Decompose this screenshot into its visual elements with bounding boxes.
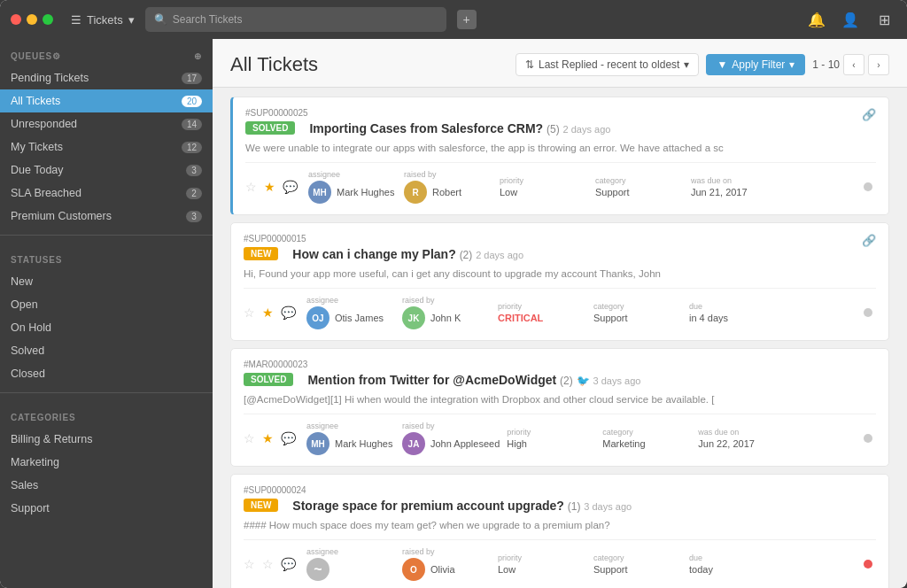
notifications-icon[interactable]: 🔔 bbox=[804, 7, 829, 32]
search-bar[interactable]: 🔍 Search Tickets bbox=[145, 7, 446, 32]
sidebar-item-label: On Hold bbox=[11, 321, 51, 334]
assignee-group: assignee OJ Otis James bbox=[306, 296, 395, 329]
prev-page-button[interactable]: ‹ bbox=[843, 54, 864, 75]
comment-icon[interactable]: 💬 bbox=[281, 557, 296, 571]
sidebar-item-pending[interactable]: Pending Tickets 17 bbox=[0, 66, 213, 89]
star-outline-icon[interactable]: ☆ bbox=[245, 180, 257, 194]
ticket-row[interactable]: #MAR00000023 SOLVED Mention from Twitter… bbox=[230, 348, 889, 467]
sidebar-item-support[interactable]: Support bbox=[0, 497, 213, 520]
attachment-icon: 🔗 bbox=[862, 234, 876, 247]
sidebar-item-all[interactable]: All Tickets 20 bbox=[0, 89, 213, 112]
star-outline-icon[interactable]: ☆ bbox=[244, 431, 255, 445]
priority-group: priority Low bbox=[498, 553, 586, 575]
category-group: category Support bbox=[593, 553, 682, 575]
due-group: was due on Jun 21, 2017 bbox=[691, 176, 779, 197]
sidebar-item-closed[interactable]: Closed bbox=[0, 362, 213, 385]
priority-value: Low bbox=[500, 187, 588, 197]
attachment-icon: 🔗 bbox=[862, 108, 876, 121]
ticket-row[interactable]: #SUP00000025 SOLVED Importing Cases from… bbox=[230, 97, 889, 215]
twitter-icon: 🐦 bbox=[577, 375, 590, 387]
titlebar: ☰ Tickets ▾ 🔍 Search Tickets + 🔔 👤 ⊞ bbox=[0, 0, 907, 39]
sidebar-item-onhold[interactable]: On Hold bbox=[0, 316, 213, 339]
priority-label: priority bbox=[500, 176, 588, 185]
star-filled-icon[interactable]: ★ bbox=[262, 306, 274, 320]
app-window: ☰ Tickets ▾ 🔍 Search Tickets + 🔔 👤 ⊞ QUE… bbox=[0, 0, 907, 588]
queues-section-header: QUEUES ⚙ ⊕ bbox=[0, 39, 213, 66]
sort-icon: ⇅ bbox=[525, 58, 534, 71]
raised-info: JA John Appleseed bbox=[402, 432, 500, 455]
ticket-id: #SUP00000025 bbox=[245, 108, 308, 118]
sidebar-item-mytickets[interactable]: My Tickets 12 bbox=[0, 135, 213, 159]
raised-label: raised by bbox=[402, 547, 491, 556]
comment-icon[interactable]: 💬 bbox=[281, 431, 296, 445]
ticket-title: Storage space for premium account upgrad… bbox=[292, 499, 876, 513]
minimize-button[interactable] bbox=[27, 14, 37, 25]
grid-icon[interactable]: ⊞ bbox=[872, 7, 896, 32]
comment-icon[interactable]: 💬 bbox=[281, 306, 296, 320]
raised-avatar: O bbox=[402, 558, 425, 581]
ticket-title: Mention from Twitter for @AcmeDoWidget (… bbox=[307, 373, 876, 387]
ticket-body: [@AcmeDoWidget][1] Hi when would the int… bbox=[244, 392, 876, 406]
user-icon[interactable]: 👤 bbox=[838, 7, 863, 32]
sidebar-item-new[interactable]: New bbox=[0, 270, 213, 293]
ticket-meta: ☆ ★ 💬 assignee OJ Otis James bbox=[244, 288, 876, 329]
ticket-body: #### How much space does my team get? wh… bbox=[244, 518, 876, 532]
ticket-header: NEW How can i change my Plan? (2) 2 days… bbox=[244, 247, 876, 261]
search-placeholder: Search Tickets bbox=[173, 13, 243, 26]
star-filled-icon[interactable]: ★ bbox=[264, 180, 275, 194]
gear-icon: ⚙ bbox=[52, 51, 61, 61]
sidebar-item-open[interactable]: Open bbox=[0, 293, 213, 316]
star-outline-icon[interactable]: ☆ bbox=[244, 306, 255, 320]
assignee-name: Mark Hughes bbox=[337, 187, 394, 197]
statuses-section-header: STATUSES bbox=[0, 243, 213, 270]
star-outline-icon[interactable]: ☆ bbox=[244, 557, 255, 571]
sidebar-item-sales[interactable]: Sales bbox=[0, 474, 213, 497]
due-group: was due on Jun 22, 2017 bbox=[698, 428, 787, 449]
ticket-row[interactable]: #SUP00000024 NEW Storage space for premi… bbox=[230, 474, 889, 588]
add-queue-icon[interactable]: ⊕ bbox=[194, 51, 202, 61]
category-group: category Support bbox=[593, 302, 682, 323]
category-value: Support bbox=[593, 313, 682, 323]
ticket-meta: ☆ ★ 💬 assignee MH Mark Hughes bbox=[244, 414, 876, 455]
sort-button[interactable]: ⇅ Last Replied - recent to oldest ▾ bbox=[516, 53, 699, 76]
close-button[interactable] bbox=[11, 14, 21, 25]
ticket-actions: ☆ ☆ 💬 bbox=[244, 557, 296, 571]
maximize-button[interactable] bbox=[43, 14, 53, 25]
sidebar-item-marketing[interactable]: Marketing bbox=[0, 451, 213, 474]
assignee-label: assignee bbox=[306, 296, 395, 305]
filter-icon: ▼ bbox=[717, 58, 727, 71]
sidebar-item-duetoday[interactable]: Due Today 3 bbox=[0, 159, 213, 182]
chevron-down-icon: ▾ bbox=[128, 13, 135, 27]
assignee-label: assignee bbox=[308, 170, 397, 179]
comment-icon[interactable]: 💬 bbox=[283, 180, 298, 194]
ticket-body: Hi, Found your app more useful, can i ge… bbox=[244, 267, 876, 281]
ticket-row[interactable]: #SUP00000015 NEW How can i change my Pla… bbox=[230, 222, 889, 341]
raised-avatar: JK bbox=[402, 306, 425, 329]
sidebar-item-billing[interactable]: Billing & Returns bbox=[0, 428, 213, 451]
sidebar-item-unresponded[interactable]: Unresponded 14 bbox=[0, 112, 213, 135]
next-page-button[interactable]: › bbox=[868, 54, 889, 75]
star-outline-icon2[interactable]: ☆ bbox=[262, 557, 274, 571]
category-label: category bbox=[595, 176, 684, 185]
raised-info: JK John K bbox=[402, 306, 491, 329]
categories-label: CATEGORIES bbox=[11, 413, 75, 422]
sidebar-item-premium[interactable]: Premium Customers 3 bbox=[0, 205, 213, 228]
sidebar-item-label: Due Today bbox=[11, 164, 64, 176]
priority-group: priority Low bbox=[500, 176, 588, 197]
menu-icon: ☰ bbox=[71, 13, 81, 27]
star-filled-icon[interactable]: ★ bbox=[262, 431, 274, 445]
due-value: today bbox=[689, 564, 778, 575]
duetoday-badge: 3 bbox=[186, 165, 202, 176]
filter-button[interactable]: ▼ Apply Filter ▾ bbox=[706, 54, 805, 75]
add-button[interactable]: + bbox=[457, 10, 477, 29]
content-area: All Tickets ⇅ Last Replied - recent to o… bbox=[213, 39, 907, 588]
ticket-id: #SUP00000015 bbox=[244, 234, 306, 244]
ticket-header: SOLVED Importing Cases from Salesforce C… bbox=[245, 121, 876, 135]
sidebar-item-slabreached[interactable]: SLA Breached 2 bbox=[0, 182, 213, 205]
chevron-down-icon: ▾ bbox=[684, 58, 689, 71]
divider-1 bbox=[0, 235, 213, 236]
search-icon: 🔍 bbox=[154, 13, 167, 26]
sidebar-item-solved[interactable]: Solved bbox=[0, 339, 213, 362]
priority-value: High bbox=[507, 438, 595, 449]
assignee-info: ~ bbox=[306, 558, 395, 581]
